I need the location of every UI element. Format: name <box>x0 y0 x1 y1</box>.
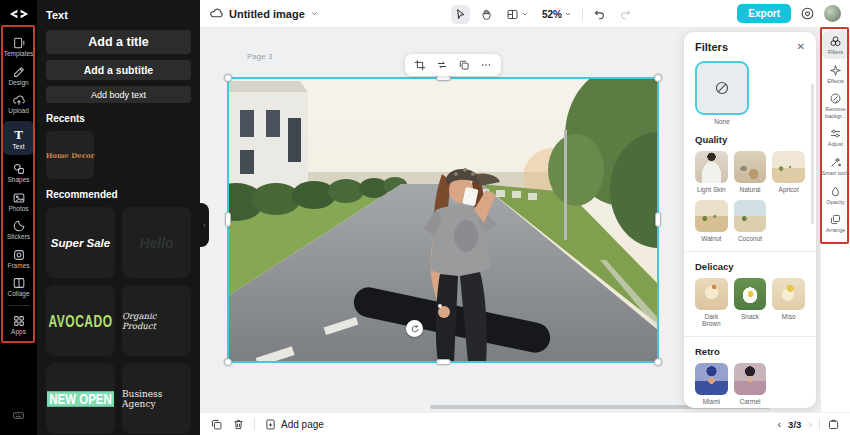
canvas-tools: 52% <box>451 0 635 28</box>
tool-opacity[interactable]: Opacity <box>822 181 850 209</box>
panel-divider <box>684 336 816 337</box>
sidebar-item-upload[interactable]: Upload <box>2 90 35 117</box>
resize-handle-bottom-left[interactable] <box>224 358 232 366</box>
left-rail: Templates Design Upload T Text Shapes Ph… <box>0 0 37 435</box>
filter-option[interactable]: Carmel <box>734 363 767 405</box>
filter-option[interactable]: Miso <box>772 278 805 327</box>
collage-icon <box>12 276 26 290</box>
resize-handle-bottom-right[interactable] <box>654 358 662 366</box>
sidebar-item-label: Frames <box>7 263 29 270</box>
feedback-badge-icon[interactable] <box>800 6 815 21</box>
tool-effects[interactable]: Effects <box>822 60 850 88</box>
add-subtitle-button[interactable]: Add a subtitle <box>46 60 191 80</box>
crop-button[interactable] <box>414 59 426 71</box>
cloud-save-icon[interactable] <box>209 6 224 21</box>
delete-page-button[interactable] <box>232 418 245 431</box>
resize-handle-top-left[interactable] <box>224 74 232 82</box>
undo-icon <box>593 8 606 21</box>
recommended-grid: Super Sale Hello AVOCADO Organic Product… <box>46 207 191 435</box>
bottom-bar: Add page ‹ 3/3 › <box>200 412 850 435</box>
document-title[interactable]: Untitled image <box>229 8 305 20</box>
recent-text-label: Home Decor <box>46 151 95 160</box>
rotate-icon <box>410 324 420 334</box>
resize-handle-right[interactable] <box>655 212 661 227</box>
filter-option[interactable]: Miami <box>695 363 728 405</box>
chevron-down-icon <box>564 10 572 18</box>
sidebar-item-apps[interactable]: Apps <box>2 311 35 338</box>
text-template-tile[interactable]: AVOCADO <box>46 285 115 356</box>
replace-image-button[interactable] <box>436 59 448 71</box>
duplicate-page-button[interactable] <box>210 418 223 431</box>
panel-collapse-handle[interactable]: ‹ <box>200 203 209 247</box>
layout-tool-button[interactable] <box>503 5 532 24</box>
sidebar-item-text[interactable]: T Text <box>2 121 35 156</box>
sidebar-item-design[interactable]: Design <box>2 62 35 89</box>
filter-none-option[interactable]: None <box>695 61 749 125</box>
resize-handle-top-right[interactable] <box>654 74 662 82</box>
filter-option[interactable]: Light Skin <box>695 151 728 193</box>
text-template-tile[interactable]: Organic Product <box>122 285 191 356</box>
canvas-photo <box>228 78 658 362</box>
sidebar-item-shapes[interactable]: Shapes <box>2 159 35 186</box>
sidebar-item-frames[interactable]: Frames <box>2 245 35 272</box>
zoom-level-control[interactable]: 52% <box>539 6 575 23</box>
opacity-icon <box>829 185 842 198</box>
redo-button[interactable] <box>616 5 635 24</box>
recents-label: Recents <box>46 113 191 124</box>
rotate-handle[interactable] <box>406 320 423 337</box>
sidebar-item-templates[interactable]: Templates <box>2 33 35 60</box>
sidebar-item-photos[interactable]: Photos <box>2 188 35 215</box>
layout-grid-icon <box>506 8 519 21</box>
recent-text-item[interactable]: Home Decor <box>46 131 94 179</box>
sidebar-item-label: Collage <box>7 291 29 298</box>
templates-icon <box>12 36 26 50</box>
add-title-button[interactable]: Add a title <box>46 30 191 54</box>
text-template-tile[interactable]: NEW OPEN <box>46 363 115 434</box>
filter-option[interactable]: Apricot <box>772 151 805 193</box>
cursor-icon <box>454 8 467 21</box>
add-page-button[interactable]: Add page <box>264 418 324 431</box>
filter-option[interactable]: Snack <box>734 278 767 327</box>
next-page-button[interactable]: › <box>808 419 812 430</box>
add-body-text-button[interactable]: Add body text <box>46 86 191 103</box>
board-view-button[interactable] <box>827 418 840 431</box>
undo-button[interactable] <box>590 5 609 24</box>
text-panel-title: Text <box>46 9 191 21</box>
apps-icon <box>12 314 26 328</box>
page-label: Page 3 <box>247 52 272 61</box>
tool-adjust[interactable]: Adjust <box>822 123 850 151</box>
close-icon[interactable]: ✕ <box>797 42 805 52</box>
export-button[interactable]: Export <box>737 4 791 23</box>
filter-option[interactable]: Walnut <box>695 200 728 242</box>
filter-option[interactable]: Natural <box>734 151 767 193</box>
capcut-logo-icon[interactable] <box>6 5 32 23</box>
resize-handle-left[interactable] <box>225 212 231 227</box>
duplicate-button[interactable] <box>458 59 470 71</box>
keyboard-shortcuts-button[interactable] <box>12 409 25 422</box>
main-area: Untitled image 52% <box>200 0 850 435</box>
chevron-down-icon[interactable] <box>310 9 319 18</box>
panel-scrollbar[interactable] <box>811 84 814 224</box>
sidebar-item-stickers[interactable]: Stickers <box>2 216 35 243</box>
user-avatar[interactable] <box>824 5 841 22</box>
text-template-tile[interactable]: Hello <box>122 207 191 278</box>
tool-filters[interactable]: Filters <box>822 31 850 59</box>
text-template-tile[interactable]: Business Agency <box>122 363 191 434</box>
sidebar-item-collage[interactable]: Collage <box>2 273 35 300</box>
filter-option[interactable]: Coconut <box>734 200 767 242</box>
recommended-label: Recommended <box>46 189 191 200</box>
sidebar-item-label: Shapes <box>7 177 29 184</box>
more-options-button[interactable] <box>480 59 492 71</box>
tool-smart-tools[interactable]: Smart tools <box>822 152 850 180</box>
selected-image[interactable] <box>228 78 658 362</box>
remove-background-icon <box>829 92 842 105</box>
filter-option[interactable]: Dark Brown <box>695 278 728 327</box>
hand-tool-button[interactable] <box>477 5 496 24</box>
tool-remove-background[interactable]: Remove backgr... <box>822 88 850 122</box>
hand-icon <box>480 8 493 21</box>
previous-page-button[interactable]: ‹ <box>777 419 781 430</box>
tool-arrange[interactable]: Arrange <box>822 209 850 237</box>
text-template-tile[interactable]: Super Sale <box>46 207 115 278</box>
select-tool-button[interactable] <box>451 5 470 24</box>
resize-handle-bottom[interactable] <box>436 359 451 365</box>
